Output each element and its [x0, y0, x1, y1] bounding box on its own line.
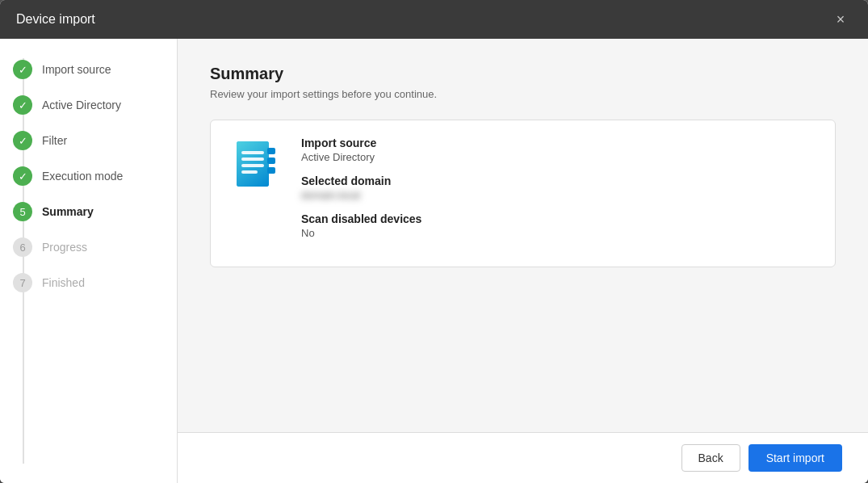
selected-domain-value: domain.local: [301, 189, 816, 201]
step-number-6: 6: [13, 237, 32, 257]
step-number-3: ✓: [13, 131, 32, 150]
svg-rect-6: [267, 148, 275, 154]
ad-icon: [230, 136, 282, 195]
sidebar-step-3[interactable]: ✓ Filter: [0, 123, 177, 158]
step-label-7: Finished: [42, 276, 85, 289]
step-label-3: Filter: [42, 134, 67, 147]
sidebar-step-1[interactable]: ✓ Import source: [0, 52, 177, 87]
step-number-1: ✓: [13, 60, 32, 79]
modal-footer: Back Start import: [178, 432, 868, 483]
sidebar: ✓ Import source ✓ Active Directory ✓ Fil…: [0, 39, 178, 483]
sidebar-step-2[interactable]: ✓ Active Directory: [0, 87, 177, 123]
scan-disabled-row: Scan disabled devices No: [301, 212, 816, 239]
device-import-modal: Device import × ✓ Import source ✓ Active…: [0, 0, 868, 483]
start-import-button[interactable]: Start import: [748, 444, 842, 472]
step-number-2: ✓: [13, 95, 32, 115]
selected-domain-row: Selected domain domain.local: [301, 174, 816, 201]
content-area: Summary Review your import settings befo…: [178, 39, 868, 432]
svg-rect-2: [241, 151, 264, 154]
page-subtitle: Review your import settings before you c…: [210, 88, 836, 100]
sidebar-step-6: 6 Progress: [0, 229, 177, 265]
svg-rect-8: [267, 167, 275, 174]
svg-rect-4: [241, 164, 264, 167]
sidebar-step-5[interactable]: 5 Summary: [0, 194, 177, 229]
step-number-4: ✓: [13, 166, 32, 186]
summary-card: Import source Active Directory Selected …: [210, 120, 836, 267]
step-label-1: Import source: [42, 63, 111, 76]
sidebar-step-4[interactable]: ✓ Execution mode: [0, 158, 177, 194]
back-button[interactable]: Back: [681, 444, 740, 472]
import-source-value: Active Directory: [301, 151, 816, 163]
page-title: Summary: [210, 65, 836, 83]
step-label-2: Active Directory: [42, 99, 121, 111]
step-label-4: Execution mode: [42, 170, 123, 183]
import-source-row: Import source Active Directory: [301, 136, 816, 163]
step-number-7: 7: [13, 273, 32, 292]
sidebar-step-7: 7 Finished: [0, 265, 177, 300]
main-content: Summary Review your import settings befo…: [178, 39, 868, 483]
step-number-5: 5: [13, 202, 32, 221]
modal-header: Device import ×: [0, 0, 868, 39]
summary-details: Import source Active Directory Selected …: [301, 136, 816, 250]
svg-rect-5: [241, 170, 258, 174]
step-label-5: Summary: [42, 205, 94, 218]
close-button[interactable]: ×: [829, 8, 852, 31]
scan-disabled-value: No: [301, 227, 816, 239]
modal-title: Device import: [16, 12, 95, 27]
import-source-label: Import source: [301, 136, 816, 149]
svg-rect-3: [241, 158, 264, 161]
svg-rect-7: [267, 158, 275, 164]
modal-body: ✓ Import source ✓ Active Directory ✓ Fil…: [0, 39, 868, 483]
selected-domain-label: Selected domain: [301, 174, 816, 187]
scan-disabled-label: Scan disabled devices: [301, 212, 816, 225]
step-label-6: Progress: [42, 241, 87, 254]
